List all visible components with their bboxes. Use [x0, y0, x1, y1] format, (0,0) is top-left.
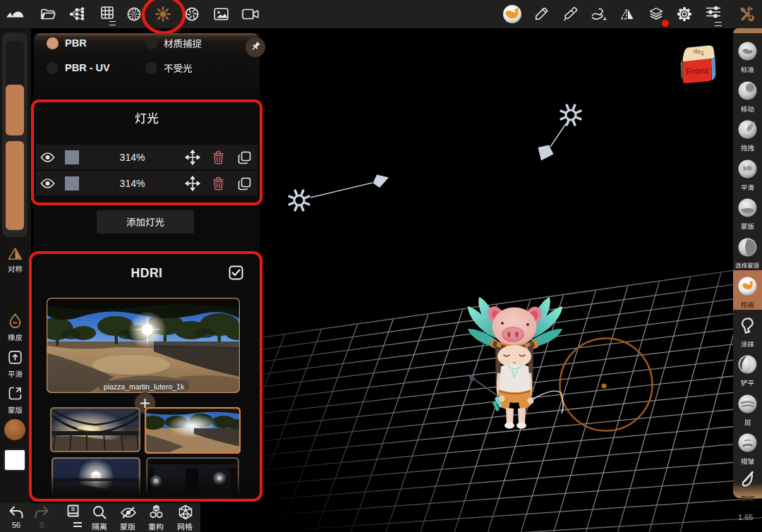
svg-text:Front: Front: [686, 66, 710, 77]
svg-text:Top: Top: [693, 49, 705, 57]
